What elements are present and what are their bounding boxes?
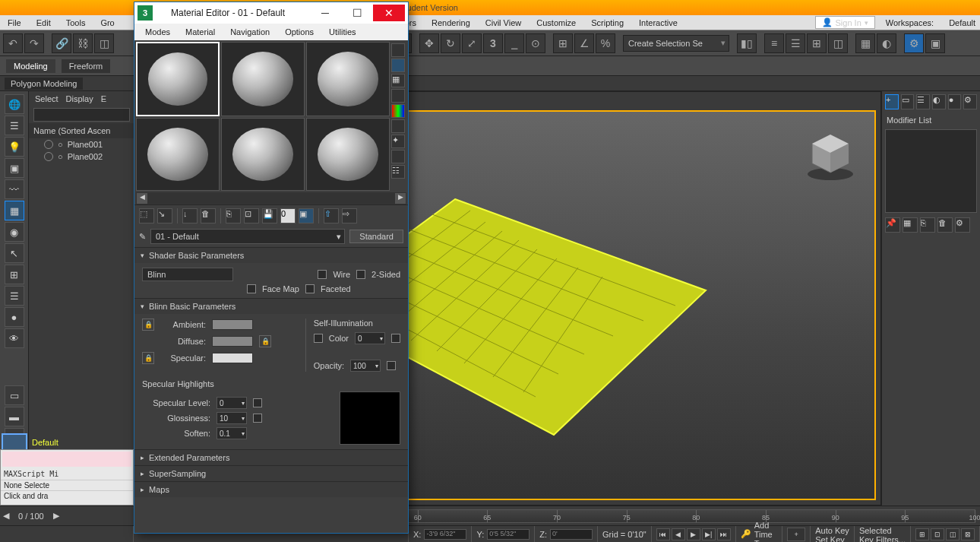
center-button[interactable]: ⊙: [526, 33, 545, 53]
ambient-swatch[interactable]: [212, 319, 253, 330]
spec-level-map-button[interactable]: [253, 398, 262, 407]
material-editor-titlebar[interactable]: 3 Material Editor - 01 - Default ─ ☐ ✕: [134, 2, 408, 24]
menu-edit[interactable]: Edit: [29, 17, 58, 29]
placement-button[interactable]: 3: [483, 33, 503, 53]
get-material-button[interactable]: ⬚: [139, 208, 154, 223]
display-tab[interactable]: ●: [948, 94, 962, 109]
freeze-icon[interactable]: ○: [58, 152, 63, 161]
utilities-tab[interactable]: ⚙: [963, 94, 977, 109]
opacity-spinner[interactable]: 100: [350, 360, 381, 372]
material-slot-4[interactable]: [136, 118, 220, 191]
selection-set-dropdown[interactable]: Create Selection Se: [623, 35, 729, 52]
list-icon[interactable]: ☰: [5, 286, 24, 306]
curve-editor-button[interactable]: ◫: [828, 33, 848, 53]
unique-button[interactable]: ⎘: [920, 217, 935, 233]
screen-icon[interactable]: ▣: [5, 158, 24, 178]
bind-button[interactable]: ◫: [94, 33, 114, 53]
link-button[interactable]: 🔗: [52, 33, 71, 53]
angle-snap-button[interactable]: ∠: [574, 33, 594, 53]
video-check-icon[interactable]: [391, 119, 405, 133]
goto-start-button[interactable]: ⏮: [656, 528, 670, 540]
scale-button[interactable]: ⤢: [462, 33, 482, 53]
lock-diffuse-button[interactable]: 🔒: [259, 335, 271, 347]
rollup-header-supersampling[interactable]: SuperSampling: [134, 466, 408, 481]
nav-button-4[interactable]: ⊠: [961, 528, 975, 540]
material-id-button[interactable]: 0: [280, 208, 296, 223]
put-to-scene-button[interactable]: ↘: [157, 208, 172, 223]
color-check-icon[interactable]: [391, 104, 405, 118]
layer-button[interactable]: ☰: [786, 33, 805, 53]
world-icon[interactable]: 🌐: [5, 94, 24, 114]
freeze-icon[interactable]: ○: [58, 140, 63, 149]
spec-level-spinner[interactable]: 0: [217, 397, 247, 409]
selfillum-spinner[interactable]: 0: [355, 332, 385, 344]
mat-menu-utilities[interactable]: Utilities: [321, 26, 363, 38]
go-forward-button[interactable]: ⇨: [342, 208, 357, 223]
grid-icon[interactable]: ⊞: [5, 265, 24, 284]
menu-rendering[interactable]: Rendering: [424, 17, 478, 29]
nav-button-3[interactable]: ◫: [946, 528, 959, 540]
viewcube[interactable]: [801, 127, 859, 185]
timeline-next-button[interactable]: ▶: [53, 511, 59, 521]
refsys-button[interactable]: ⎯: [504, 33, 524, 53]
motion-tab[interactable]: ◐: [932, 94, 946, 109]
play-button[interactable]: ▶: [687, 528, 700, 540]
toggle-button[interactable]: ⊞: [807, 33, 827, 53]
rollup-header-maps[interactable]: Maps: [134, 482, 408, 497]
rollup-header-extended[interactable]: Extended Parameters: [134, 450, 408, 465]
mat-menu-options[interactable]: Options: [277, 26, 321, 38]
rollup-header-blinn[interactable]: Blinn Basic Parameters: [134, 299, 408, 314]
goto-end-button[interactable]: ⏭: [717, 528, 731, 540]
options-icon[interactable]: [391, 150, 405, 163]
menu-tools[interactable]: Tools: [58, 17, 93, 29]
y-input[interactable]: 0'5 5/32": [487, 529, 530, 540]
make-copy-button[interactable]: ⎘: [226, 208, 241, 223]
scene-tab-edit[interactable]: E: [101, 94, 106, 103]
gloss-map-button[interactable]: [253, 414, 262, 423]
workspace-value[interactable]: Default: [944, 18, 980, 27]
maxscript-output[interactable]: [2, 452, 131, 467]
visibility-icon[interactable]: [44, 152, 53, 161]
signin-button[interactable]: 👤 Sign In ▾: [815, 16, 875, 29]
twosided-checkbox[interactable]: [356, 270, 365, 279]
selfillum-map-button[interactable]: [391, 334, 400, 343]
assign-button[interactable]: ↓: [182, 208, 198, 223]
unlink-button[interactable]: ⛓: [73, 33, 93, 53]
scroll-right-button[interactable]: ▶: [394, 192, 406, 204]
prev-frame-button[interactable]: ◀: [672, 528, 685, 540]
snap-button[interactable]: ⊞: [553, 33, 573, 53]
scene-item-plane002[interactable]: ○ Plane002: [29, 151, 134, 163]
scene-header[interactable]: Name (Sorted Ascen: [29, 123, 134, 138]
pick-icon[interactable]: ↖: [5, 243, 24, 263]
material-slot-2[interactable]: [221, 42, 305, 116]
put-to-library-button[interactable]: 💾: [262, 208, 277, 223]
material-slot-6[interactable]: [306, 118, 390, 191]
subtab-polygon-modeling[interactable]: Polygon Modeling: [5, 78, 83, 90]
z-input[interactable]: 0': [550, 529, 593, 540]
move-button[interactable]: ✥: [419, 33, 439, 53]
menu-group[interactable]: Gro: [93, 17, 122, 29]
selfillum-color-checkbox[interactable]: [314, 334, 323, 343]
diffuse-swatch[interactable]: [212, 336, 253, 347]
lock-ambient-button[interactable]: 🔒: [142, 319, 154, 331]
light-icon[interactable]: 💡: [5, 137, 24, 157]
render-setup-button[interactable]: ⚙: [904, 33, 924, 53]
faceted-checkbox[interactable]: [305, 284, 315, 293]
schematic-button[interactable]: ▦: [855, 33, 875, 53]
maximize-button[interactable]: ☐: [341, 5, 373, 21]
make-unique-button[interactable]: ⊡: [244, 208, 259, 223]
undo-button[interactable]: ↶: [3, 33, 23, 53]
key-icon[interactable]: 🔑: [741, 529, 751, 539]
backlight-icon[interactable]: [391, 59, 405, 72]
doc-icon[interactable]: ▭: [5, 385, 24, 405]
render-button[interactable]: ▣: [925, 33, 945, 53]
rotate-button[interactable]: ↻: [441, 33, 460, 53]
dot-icon[interactable]: ●: [5, 307, 24, 327]
layer-icon[interactable]: ☰: [5, 116, 24, 135]
show-in-viewport-button[interactable]: ▣: [299, 208, 314, 223]
dropper-icon[interactable]: ✎: [139, 232, 146, 242]
add-time-tag[interactable]: Add Time Tag: [754, 521, 778, 543]
ribbon-tab-freeform[interactable]: Freeform: [62, 59, 111, 73]
opacity-map-button[interactable]: [387, 361, 396, 370]
mat-menu-modes[interactable]: Modes: [138, 26, 178, 38]
